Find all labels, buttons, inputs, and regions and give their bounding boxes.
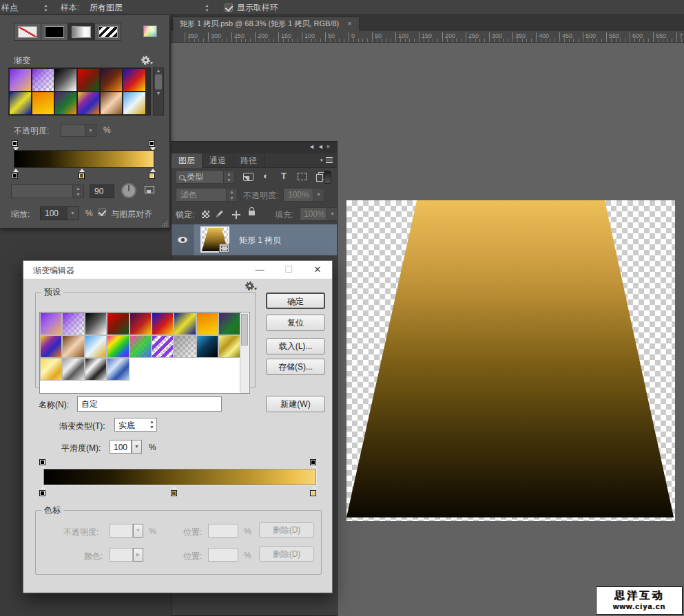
gradient-preset-swatch[interactable] bbox=[100, 92, 123, 115]
tab-channels[interactable]: 通道 bbox=[203, 153, 234, 168]
opacity-stop[interactable] bbox=[148, 140, 157, 150]
minimize-button[interactable]: — bbox=[245, 261, 274, 279]
load-button[interactable]: 载入(L)... bbox=[266, 338, 325, 354]
layer-row-selected[interactable]: 矩形 1 拷贝 bbox=[172, 224, 337, 255]
smoothness-field[interactable]: 100 bbox=[110, 440, 132, 454]
color-stop[interactable] bbox=[39, 487, 48, 496]
no-fill-button[interactable] bbox=[14, 23, 41, 41]
dialog-titlebar[interactable]: 渐变编辑器 — ☐ ✕ bbox=[23, 261, 332, 279]
gradient-preset-swatch[interactable] bbox=[85, 312, 107, 335]
name-input[interactable]: 自定 bbox=[77, 396, 222, 412]
delete-color-stop-button[interactable]: 删除(D) bbox=[259, 546, 314, 562]
dialog-presets-scrollbar[interactable] bbox=[240, 313, 249, 394]
filter-pixel-layers-icon[interactable] bbox=[240, 170, 256, 182]
gradient-preset-swatch[interactable] bbox=[40, 335, 62, 358]
scrollbar-thumb[interactable] bbox=[155, 74, 162, 89]
resize-grip[interactable] bbox=[162, 221, 167, 226]
sample-dropdown[interactable]: 所有图层 bbox=[90, 2, 123, 13]
gradient-preset-swatch[interactable] bbox=[54, 68, 77, 92]
pattern-fill-button[interactable] bbox=[94, 23, 121, 41]
panel-menu-icon[interactable]: ▾ bbox=[322, 156, 333, 165]
sample-size-dropdown[interactable]: 样点 bbox=[1, 2, 18, 13]
presets-scrollbar[interactable]: ▲▼ bbox=[153, 67, 164, 116]
opacity-stop[interactable] bbox=[11, 140, 20, 150]
color-stop[interactable] bbox=[309, 487, 318, 496]
opacity-stop[interactable] bbox=[309, 459, 318, 469]
stop-opacity-field[interactable] bbox=[110, 524, 133, 538]
show-ring-checkbox[interactable] bbox=[225, 2, 233, 13]
gradient-preset-swatch[interactable] bbox=[32, 92, 54, 115]
gradient-preset-swatch[interactable] bbox=[32, 68, 54, 92]
filtering-toggle[interactable] bbox=[324, 171, 331, 184]
reverse-gradient-icon[interactable] bbox=[145, 186, 154, 193]
gradient-preset-swatch[interactable] bbox=[129, 312, 152, 335]
gradient-preset-swatch[interactable] bbox=[123, 68, 145, 92]
smoothness-dropdown-arrow[interactable]: ▼ bbox=[132, 440, 142, 454]
gradient-preset-swatch[interactable] bbox=[85, 335, 107, 358]
lock-pixels-icon[interactable] bbox=[218, 209, 220, 218]
stop-color-picker-arrow[interactable]: ▶ bbox=[133, 548, 143, 562]
color-stop[interactable] bbox=[78, 169, 87, 179]
layer-thumbnail[interactable] bbox=[200, 226, 229, 253]
layer-name[interactable]: 矩形 1 拷贝 bbox=[239, 235, 281, 246]
gradient-style-dropdown[interactable]: ▲▼ bbox=[11, 184, 84, 198]
lock-all-icon[interactable] bbox=[249, 206, 255, 215]
gradient-preset-swatch[interactable] bbox=[174, 312, 196, 335]
sample-size-spinner[interactable]: ▲▼ bbox=[43, 2, 49, 13]
gradient-preset-swatch[interactable] bbox=[152, 312, 174, 335]
gradient-preset-swatch[interactable] bbox=[85, 358, 107, 381]
filter-type-layers-icon[interactable]: T bbox=[276, 170, 291, 182]
lock-position-icon[interactable] bbox=[232, 209, 240, 219]
stop-position-field[interactable] bbox=[208, 524, 238, 538]
color-stop[interactable] bbox=[11, 169, 20, 179]
angle-field[interactable]: 90 bbox=[90, 184, 114, 198]
tab-paths[interactable]: 路径 bbox=[234, 153, 265, 168]
lock-transparency-icon[interactable] bbox=[202, 209, 209, 219]
align-checkbox[interactable] bbox=[98, 207, 106, 217]
solid-fill-button[interactable] bbox=[41, 23, 68, 41]
save-button[interactable]: 存储(S)... bbox=[266, 359, 325, 375]
gradient-preset-swatch[interactable] bbox=[9, 92, 32, 115]
gradient-fill-button[interactable] bbox=[68, 23, 94, 41]
close-button[interactable]: ✕ bbox=[303, 261, 332, 279]
canvas[interactable] bbox=[346, 200, 675, 521]
gradient-preset-swatch[interactable] bbox=[196, 312, 218, 335]
panel-gear-menu[interactable]: ▾ bbox=[141, 56, 153, 66]
gradient-type-dropdown[interactable]: 实底▲▼ bbox=[114, 418, 157, 432]
color-stop[interactable] bbox=[170, 487, 179, 496]
stop-color-swatch[interactable] bbox=[110, 548, 133, 562]
ok-button[interactable]: 确定 bbox=[266, 293, 325, 309]
filter-adjustment-layers-icon[interactable]: ◐ bbox=[258, 170, 273, 182]
layer-fill-dropdown[interactable]: 100%▼ bbox=[300, 207, 338, 221]
gradient-preset-swatch[interactable] bbox=[62, 335, 84, 358]
gradient-preset-swatch[interactable] bbox=[123, 92, 145, 115]
gradient-preset-swatch[interactable] bbox=[218, 312, 240, 335]
filter-type-dropdown[interactable]: 类型▲▼ bbox=[176, 170, 235, 184]
stop-opacity-dropdown-arrow[interactable]: ▼ bbox=[133, 524, 143, 538]
angle-dial[interactable] bbox=[121, 183, 136, 198]
new-button[interactable]: 新建(W) bbox=[266, 396, 325, 412]
dialog-gradient-bar[interactable] bbox=[43, 469, 316, 485]
gradient-preset-swatch[interactable] bbox=[218, 335, 240, 358]
opacity-stop[interactable] bbox=[39, 459, 48, 469]
dialog-gear-menu[interactable]: ▾ bbox=[245, 282, 257, 292]
color-picker-swatch[interactable] bbox=[143, 25, 157, 37]
eye-icon[interactable] bbox=[178, 237, 187, 243]
visibility-column[interactable] bbox=[172, 224, 194, 255]
gradient-preset-swatch[interactable] bbox=[54, 92, 77, 115]
gradient-preset-swatch[interactable] bbox=[107, 358, 129, 381]
sample-spinner[interactable]: ▲▼ bbox=[204, 2, 210, 13]
blend-mode-dropdown[interactable]: 滤色▲▼ bbox=[176, 188, 238, 202]
gradient-preset-swatch[interactable] bbox=[174, 335, 196, 358]
gradient-preset-swatch[interactable] bbox=[77, 92, 100, 115]
gradient-preset-swatch[interactable] bbox=[62, 312, 84, 335]
gradient-preset-swatch[interactable] bbox=[107, 312, 129, 335]
stop-position-field[interactable] bbox=[208, 548, 238, 562]
scrollbar-thumb[interactable] bbox=[241, 314, 248, 346]
gradient-preset-swatch[interactable] bbox=[152, 335, 174, 358]
gradient-preset-swatch[interactable] bbox=[196, 335, 218, 358]
color-stop[interactable] bbox=[148, 169, 157, 179]
reset-button[interactable]: 复位 bbox=[266, 315, 325, 331]
gradient-preset-swatch[interactable] bbox=[40, 312, 62, 335]
gradient-preset-swatch[interactable] bbox=[40, 358, 62, 381]
